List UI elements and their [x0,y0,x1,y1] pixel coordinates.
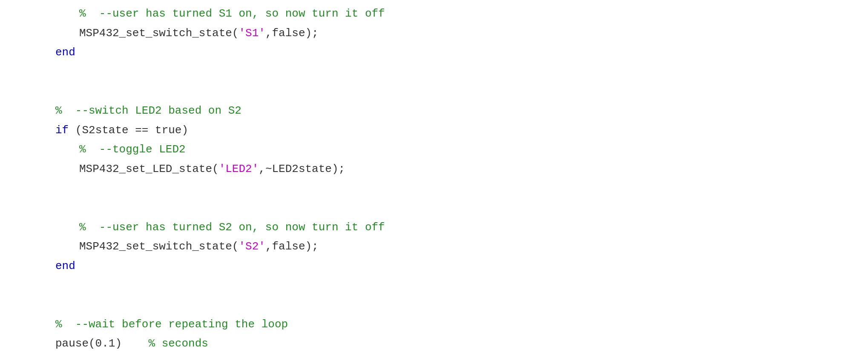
code-token: MSP432_set_switch_state( [79,27,239,40]
code-line: % --user has turned S2 on, so now turn i… [0,218,868,238]
code-line [0,198,868,218]
code-token: MSP432_set_switch_state( [79,240,239,253]
code-line: end [0,257,868,276]
line-content: end [8,258,868,275]
line-content: MSP432_set_switch_state('S1',false); [8,25,868,43]
line-content: end [8,355,868,358]
line-content [8,199,868,217]
code-token: pause(0.1) [55,337,148,350]
code-line [0,82,868,101]
code-line [0,295,868,315]
code-token: (S2state == true) [69,124,188,137]
code-lines: % --user has turned S1 on, so now turn i… [0,4,868,358]
code-line: end [0,43,868,63]
line-content [8,277,868,295]
code-token: % --user has turned S2 on, so now turn i… [79,221,385,234]
line-content: end [8,44,868,62]
code-line: pause(0.1) % seconds [0,334,868,354]
code-token: ,false); [265,240,319,253]
line-content: MSP432_set_switch_state('S2',false); [8,238,868,256]
code-line: MSP432_set_LED_state('LED2',~LED2state); [0,160,868,179]
code-token: ,false); [265,27,319,40]
code-editor: % --user has turned S1 on, so now turn i… [0,0,868,358]
line-content [8,63,868,81]
code-line: MSP432_set_switch_state('S2',false); [0,237,868,257]
code-line: -end [0,354,868,358]
line-content: % --user has turned S2 on, so now turn i… [8,219,868,237]
code-token: end [55,260,75,272]
code-token: MSP432_set_LED_state( [79,163,219,175]
code-token: 'S1' [239,27,265,40]
line-content: % --user has turned S1 on, so now turn i… [8,5,868,23]
code-token: 'LED2' [219,163,259,175]
code-line: % --toggle LED2 [0,140,868,160]
code-token: % --user has turned S1 on, so now turn i… [79,7,385,20]
code-line: if (S2state == true) [0,121,868,140]
code-token: % seconds [148,337,208,350]
line-content [8,83,868,100]
line-content: % --wait before repeating the loop [8,316,868,334]
code-line [0,276,868,295]
code-line: % --user has turned S1 on, so now turn i… [0,4,868,24]
line-content [8,180,868,198]
line-content: % --switch LED2 based on S2 [8,102,868,120]
line-content: MSP432_set_LED_state('LED2',~LED2state); [8,160,868,178]
line-content: % --toggle LED2 [8,141,868,159]
code-token: if [55,124,69,137]
code-token: end [55,46,75,59]
code-line: % --switch LED2 based on S2 [0,101,868,121]
line-content: if (S2state == true) [8,122,868,140]
code-token: ,~LED2state); [259,163,345,175]
code-token: % --toggle LED2 [79,143,186,156]
line-content: pause(0.1) % seconds [8,335,868,353]
code-token: % --wait before repeating the loop [55,318,288,331]
code-line: % --wait before repeating the loop [0,315,868,335]
line-marker: - [0,356,8,358]
code-line [0,179,868,198]
code-token: % --switch LED2 based on S2 [55,104,241,117]
code-line [0,63,868,82]
code-line: MSP432_set_switch_state('S1',false); [0,24,868,43]
code-token: 'S2' [239,240,265,253]
line-content [8,296,868,314]
